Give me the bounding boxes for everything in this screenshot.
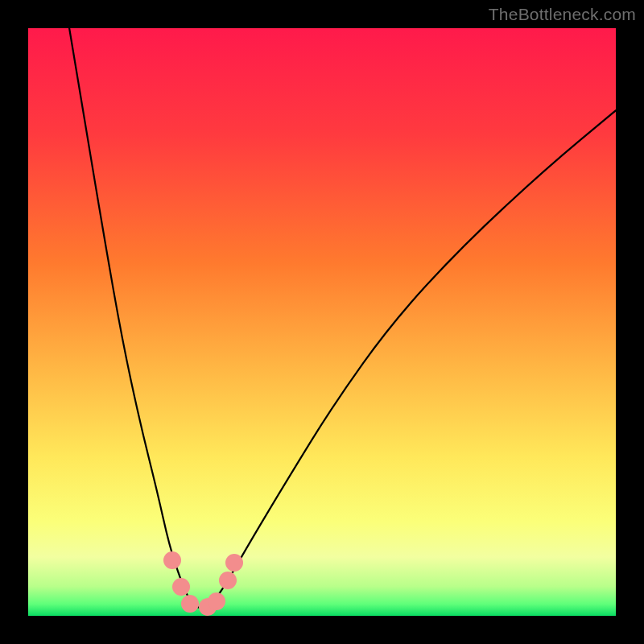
- plot-area: [28, 28, 616, 616]
- marker-point: [225, 554, 243, 572]
- markers-layer: [28, 28, 616, 616]
- chart-stage: TheBottleneck.com: [0, 0, 644, 644]
- watermark-text: TheBottleneck.com: [489, 5, 636, 24]
- marker-point: [181, 595, 199, 613]
- marker-point: [208, 592, 225, 610]
- marker-point: [163, 551, 181, 569]
- marker-point: [219, 572, 237, 589]
- marker-point: [172, 578, 190, 596]
